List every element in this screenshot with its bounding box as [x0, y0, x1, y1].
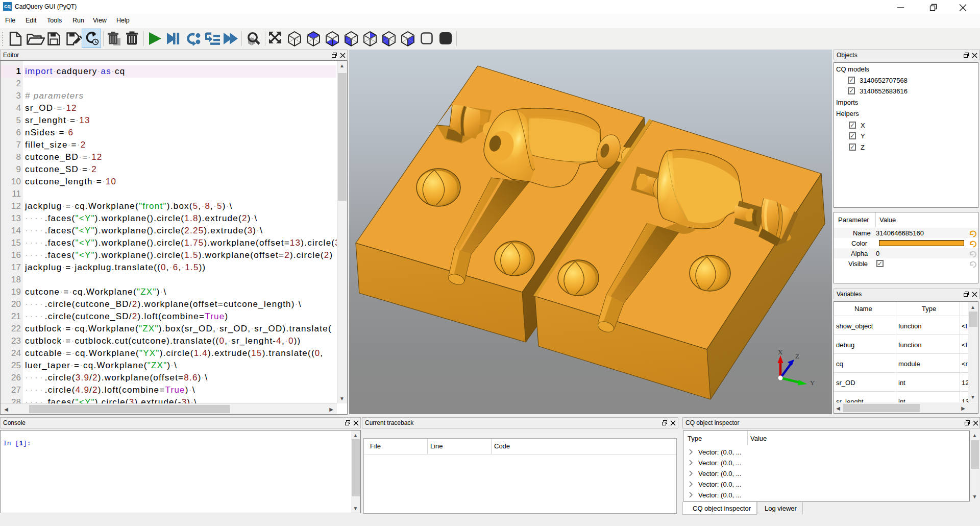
svg-text:X: X — [778, 348, 783, 356]
svg-text:Y: Y — [810, 379, 815, 387]
svg-text:Z: Z — [795, 352, 799, 360]
